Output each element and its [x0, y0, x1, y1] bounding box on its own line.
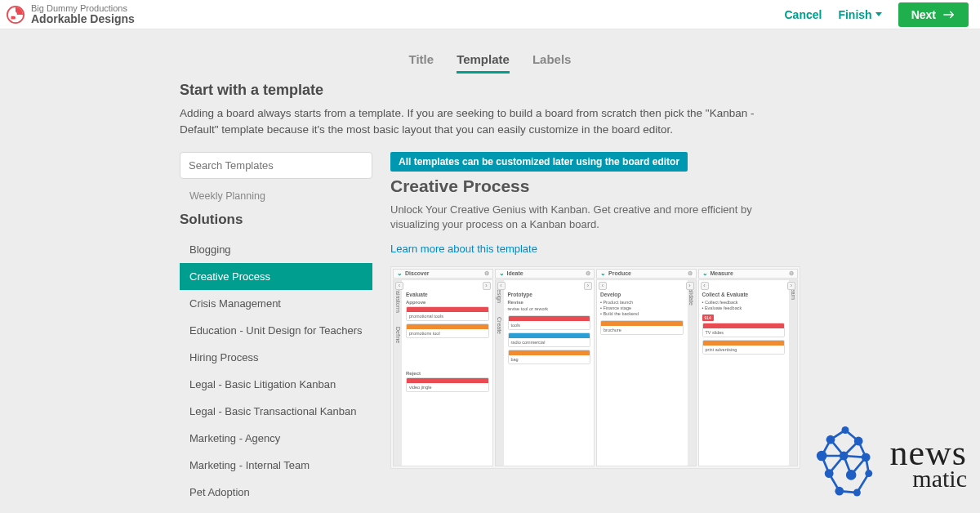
rail-label: Create	[497, 317, 502, 334]
watermark-text-1: news	[890, 438, 967, 468]
tab-template[interactable]: Template	[457, 52, 510, 74]
preview-card: radio commercial	[508, 332, 591, 347]
finish-button[interactable]: Finish	[838, 8, 881, 21]
lane-header: Develop	[600, 292, 684, 297]
phase-label: Ideate	[507, 270, 523, 276]
list-item[interactable]: Creative Process	[180, 263, 372, 290]
sublane-header: Approve	[406, 300, 489, 305]
preview-card: video jingle	[406, 377, 489, 392]
arrow-right-icon	[942, 9, 956, 20]
template-preview: ⌄Discover⚙ BrainstormDefine ‹› Evaluate …	[390, 266, 800, 469]
prev-icon: ‹	[701, 282, 709, 290]
cancel-button[interactable]: Cancel	[784, 8, 822, 21]
preview-card: promotions tool	[406, 323, 489, 338]
collapse-icon: ⌄	[397, 270, 403, 277]
preview-card: brochure	[600, 320, 684, 335]
collapse-icon: ⌄	[499, 270, 505, 277]
template-description: Unlock Your Creative Genius with Kanban.…	[390, 203, 800, 232]
gear-icon: ⚙	[688, 270, 693, 277]
org-name: Big Dummy Productions	[31, 3, 784, 13]
collapse-icon: ⌄	[702, 270, 708, 277]
template-list[interactable]: Weekly Planning Solutions BloggingCreati…	[180, 185, 372, 507]
note-text: revise tool or rework	[508, 306, 591, 312]
sublane-header: Reject	[406, 371, 489, 376]
list-section-header: Solutions	[180, 207, 372, 236]
top-bar: Big Dummy Productions Adorkable Designs …	[0, 0, 980, 29]
list-item[interactable]: Problem Solving	[180, 506, 372, 507]
lane-header: Prototype	[508, 292, 591, 297]
next-label: Next	[911, 8, 936, 21]
preview-card: tools	[508, 315, 591, 330]
lane-header: Evaluate	[406, 292, 489, 297]
list-item[interactable]: Legal - Basic Litigation Kanban	[180, 371, 372, 398]
app-logo-icon	[7, 6, 24, 24]
preview-card: TV slides	[702, 323, 786, 337]
watermark: news matic	[808, 418, 967, 508]
gear-icon: ⚙	[586, 270, 590, 277]
next-icon: ›	[787, 282, 795, 290]
prev-icon: ‹	[599, 282, 607, 290]
page-description: Adding a board always starts from a temp…	[180, 105, 784, 137]
tab-labels[interactable]: Labels	[532, 52, 572, 74]
search-input[interactable]	[180, 152, 372, 179]
next-icon: ›	[483, 282, 491, 290]
preview-phase-ideate: ⌄Ideate⚙ DesignCreate ‹› Prototype Revis…	[495, 269, 595, 466]
list-item[interactable]: Legal - Basic Transactional Kanban	[180, 398, 372, 425]
learn-more-link[interactable]: Learn more about this template	[390, 243, 537, 255]
list-item[interactable]: Education - Unit Design for Teachers	[180, 317, 372, 344]
list-item[interactable]: Marketing - Internal Team	[180, 452, 372, 479]
preview-phase-measure: ⌄Measure⚙ ‹› Collect & Evaluate • Collec…	[698, 269, 799, 466]
list-item[interactable]: Marketing - Agency	[180, 425, 372, 452]
phase-label: Measure	[710, 270, 733, 276]
prev-icon: ‹	[395, 282, 403, 290]
preview-card: print advertising	[702, 340, 786, 355]
list-item-prev[interactable]: Weekly Planning	[180, 185, 372, 207]
wizard-tabs: Title Template Labels	[0, 29, 980, 82]
preview-phase-produce: ⌄Produce⚙ ‹› Develop • Product launch• F…	[596, 269, 697, 466]
phase-label: Produce	[608, 270, 631, 276]
next-icon: ›	[584, 282, 592, 290]
finish-label: Finish	[838, 8, 871, 21]
next-icon: ›	[686, 282, 694, 290]
page-title: Start with a template	[180, 82, 800, 99]
list-item[interactable]: Crisis Management	[180, 290, 372, 317]
board-title: Adorkable Designs	[31, 13, 784, 25]
preview-card: bag	[508, 350, 591, 364]
list-item[interactable]: Blogging	[180, 236, 372, 263]
chevron-down-icon	[875, 12, 882, 16]
preview-phase-discover: ⌄Discover⚙ BrainstormDefine ‹› Evaluate …	[393, 269, 493, 466]
template-title: Creative Process	[390, 176, 800, 196]
next-button[interactable]: Next	[898, 2, 969, 27]
breadcrumb: Big Dummy Productions Adorkable Designs	[31, 3, 784, 25]
phase-label: Discover	[405, 270, 430, 276]
sublane-header: Revise	[508, 300, 591, 305]
prev-icon: ‹	[497, 282, 506, 290]
info-banner: All templates can be customized later us…	[390, 152, 688, 172]
collapse-icon: ⌄	[600, 270, 606, 277]
lane-header: Collect & Evaluate	[702, 292, 786, 297]
list-item[interactable]: Hiring Process	[180, 344, 372, 371]
preview-card: promotional tools	[406, 306, 489, 321]
rail-label: Define	[395, 327, 401, 343]
gear-icon: ⚙	[789, 270, 794, 277]
list-item[interactable]: Pet Adoption	[180, 479, 372, 506]
gear-icon: ⚙	[484, 270, 489, 277]
globe-icon	[808, 418, 882, 508]
tab-title[interactable]: Title	[409, 52, 434, 74]
